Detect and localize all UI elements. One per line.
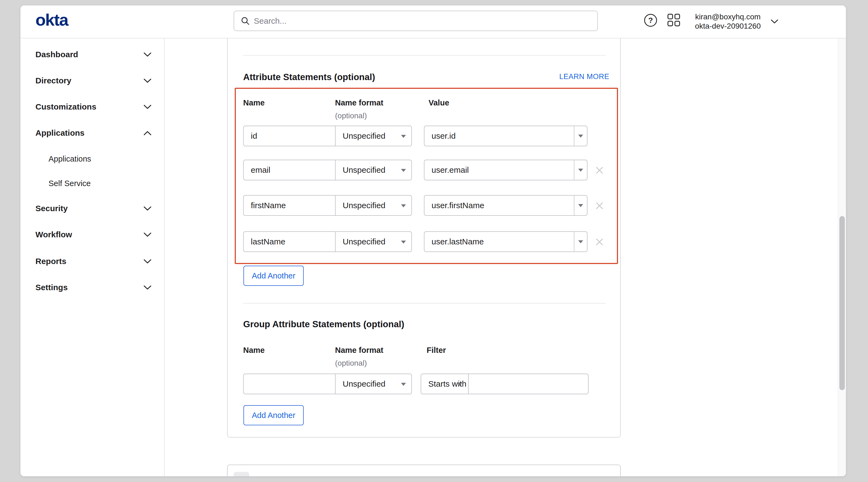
- column-header-name: Name: [243, 346, 265, 355]
- dropdown-caret-icon: [401, 240, 406, 244]
- attribute-name-field[interactable]: [244, 126, 336, 146]
- attribute-name-field[interactable]: [244, 196, 336, 215]
- user-menu[interactable]: kiran@boxyhq.com okta-dev-20901260: [690, 12, 766, 31]
- dropdown-caret-icon: [401, 169, 406, 172]
- user-email: kiran@boxyhq.com: [690, 12, 766, 22]
- sidebar-item-settings[interactable]: Settings: [21, 282, 164, 293]
- chevron-down-icon: [144, 285, 152, 290]
- dropdown-caret-icon: [578, 204, 583, 207]
- group-name-format-select[interactable]: Unspecified: [336, 374, 411, 394]
- chevron-down-icon: [144, 232, 152, 237]
- chevron-down-icon: [144, 105, 152, 109]
- next-section-card: [227, 464, 621, 476]
- dropdown-caret-icon: [578, 240, 583, 243]
- delete-row-icon[interactable]: [595, 166, 604, 175]
- attribute-name-input[interactable]: [244, 237, 335, 246]
- attribute-value-input[interactable]: [425, 160, 574, 180]
- apps-grid-icon: [668, 13, 680, 26]
- scrollbar-thumb[interactable]: [839, 216, 845, 390]
- filter-type-select[interactable]: Starts with: [421, 374, 469, 394]
- sidebar-item-security[interactable]: Security: [21, 202, 164, 215]
- search-input[interactable]: [254, 17, 581, 26]
- attribute-statements-title: Attribute Statements (optional): [243, 72, 375, 82]
- value-dropdown-button[interactable]: [574, 232, 587, 252]
- group-name-field[interactable]: [244, 374, 336, 394]
- search-box[interactable]: [234, 11, 598, 31]
- sidebar-item-directory[interactable]: Directory: [21, 75, 164, 87]
- sidebar-item-customizations[interactable]: Customizations: [21, 101, 164, 113]
- dropdown-caret-icon: [457, 383, 462, 386]
- attribute-value-input[interactable]: [425, 196, 574, 215]
- column-note-optional: (optional): [335, 111, 367, 120]
- org-name: okta-dev-20901260: [690, 22, 766, 31]
- question-mark-icon: ?: [648, 16, 653, 25]
- sidebar-item-applications[interactable]: Applications: [21, 127, 164, 139]
- add-another-group-attribute-button[interactable]: Add Another: [243, 405, 304, 425]
- app-logo-placeholder: [234, 472, 249, 476]
- chevron-down-icon: [144, 52, 152, 57]
- admin-console-window: okta ? kiran@boxyhq.com okta-dev-2090126…: [21, 5, 846, 476]
- saml-settings-card: Attribute Statements (optional) LEARN MO…: [227, 38, 621, 438]
- attribute-value-input[interactable]: [425, 232, 574, 252]
- help-button[interactable]: ?: [644, 14, 657, 27]
- column-header-name-format: Name format: [335, 98, 383, 107]
- delete-row-icon[interactable]: [595, 201, 604, 210]
- name-format-select[interactable]: Unspecified: [336, 196, 411, 215]
- section-divider: [243, 303, 606, 303]
- main-content: Attribute Statements (optional) LEARN MO…: [165, 38, 838, 476]
- column-note-optional: (optional): [335, 359, 367, 367]
- attribute-name-field[interactable]: [244, 232, 336, 252]
- user-menu-chevron-down-icon[interactable]: [771, 19, 778, 24]
- column-header-value: Value: [429, 98, 449, 107]
- section-divider: [243, 55, 606, 56]
- dropdown-caret-icon: [401, 204, 406, 207]
- chevron-down-icon: [144, 206, 152, 211]
- dropdown-caret-icon: [401, 383, 406, 386]
- sidebar-item-dashboard[interactable]: Dashboard: [21, 49, 164, 61]
- add-another-attribute-button[interactable]: Add Another: [243, 266, 304, 286]
- sidebar-subitem-applications[interactable]: Applications: [21, 153, 164, 165]
- name-format-select[interactable]: Unspecified: [336, 126, 411, 146]
- attribute-value-input[interactable]: [425, 126, 574, 146]
- column-header-filter: Filter: [427, 346, 446, 355]
- value-dropdown-button[interactable]: [574, 196, 587, 215]
- group-name-input[interactable]: [244, 379, 335, 389]
- sidebar: Dashboard Directory Customizations Appli…: [21, 38, 164, 476]
- scrollbar-track[interactable]: [838, 38, 846, 476]
- attribute-name-input[interactable]: [244, 165, 335, 175]
- attribute-name-input[interactable]: [244, 131, 335, 140]
- column-header-name-format: Name format: [335, 346, 383, 355]
- attribute-name-input[interactable]: [244, 201, 335, 210]
- sidebar-item-workflow[interactable]: Workflow: [21, 229, 164, 240]
- apps-grid-button[interactable]: [668, 13, 680, 26]
- chevron-down-icon: [144, 259, 152, 264]
- okta-logo: okta: [35, 10, 68, 29]
- value-dropdown-button[interactable]: [574, 126, 587, 146]
- chevron-up-icon: [144, 131, 152, 135]
- dropdown-caret-icon: [578, 135, 583, 138]
- value-dropdown-button[interactable]: [574, 160, 587, 180]
- attribute-name-field[interactable]: [244, 160, 336, 180]
- group-attribute-statements-title: Group Attribute Statements (optional): [243, 319, 404, 329]
- chevron-down-icon: [144, 78, 152, 83]
- dropdown-caret-icon: [401, 135, 406, 138]
- learn-more-link[interactable]: LEARN MORE: [559, 72, 609, 81]
- name-format-select[interactable]: Unspecified: [336, 160, 411, 180]
- search-icon: [241, 17, 250, 26]
- sidebar-subitem-self-service[interactable]: Self Service: [21, 178, 164, 189]
- name-format-select[interactable]: Unspecified: [336, 232, 411, 252]
- delete-row-icon[interactable]: [595, 237, 604, 246]
- dropdown-caret-icon: [578, 169, 583, 172]
- sidebar-item-reports[interactable]: Reports: [21, 255, 164, 267]
- filter-value-input[interactable]: [469, 374, 588, 394]
- column-header-name: Name: [243, 98, 265, 107]
